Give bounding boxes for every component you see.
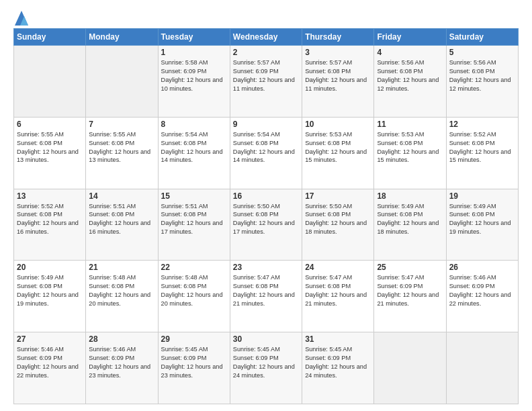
day-number: 26 bbox=[449, 263, 515, 272]
day-info: Sunrise: 5:46 AM Sunset: 6:09 PM Dayligh… bbox=[89, 345, 154, 380]
day-number: 30 bbox=[233, 334, 299, 344]
day-cell: 9Sunrise: 5:54 AM Sunset: 6:08 PM Daylig… bbox=[230, 117, 302, 189]
day-info: Sunrise: 5:52 AM Sunset: 6:08 PM Dayligh… bbox=[449, 130, 515, 165]
day-info: Sunrise: 5:47 AM Sunset: 6:08 PM Dayligh… bbox=[233, 273, 299, 308]
day-cell: 7Sunrise: 5:55 AM Sunset: 6:08 PM Daylig… bbox=[86, 117, 158, 189]
week-row-1: 1Sunrise: 5:58 AM Sunset: 6:09 PM Daylig… bbox=[14, 46, 519, 118]
weekday-header-sunday: Sunday bbox=[14, 29, 86, 46]
day-number: 22 bbox=[161, 263, 227, 272]
day-info: Sunrise: 5:51 AM Sunset: 6:08 PM Dayligh… bbox=[161, 202, 227, 237]
day-number: 27 bbox=[17, 334, 83, 344]
day-number: 29 bbox=[161, 334, 227, 344]
day-cell: 14Sunrise: 5:51 AM Sunset: 6:08 PM Dayli… bbox=[86, 189, 158, 261]
day-cell: 30Sunrise: 5:45 AM Sunset: 6:09 PM Dayli… bbox=[230, 332, 302, 404]
day-cell: 29Sunrise: 5:45 AM Sunset: 6:09 PM Dayli… bbox=[158, 332, 230, 404]
day-cell: 6Sunrise: 5:55 AM Sunset: 6:08 PM Daylig… bbox=[14, 117, 86, 189]
day-info: Sunrise: 5:58 AM Sunset: 6:09 PM Dayligh… bbox=[161, 58, 227, 93]
day-info: Sunrise: 5:48 AM Sunset: 6:08 PM Dayligh… bbox=[89, 273, 154, 308]
day-cell: 1Sunrise: 5:58 AM Sunset: 6:09 PM Daylig… bbox=[158, 46, 230, 118]
day-info: Sunrise: 5:55 AM Sunset: 6:08 PM Dayligh… bbox=[17, 130, 83, 165]
logo bbox=[13, 11, 28, 23]
day-cell: 15Sunrise: 5:51 AM Sunset: 6:08 PM Dayli… bbox=[158, 189, 230, 261]
day-cell bbox=[86, 46, 158, 118]
day-cell bbox=[14, 46, 86, 118]
day-info: Sunrise: 5:50 AM Sunset: 6:08 PM Dayligh… bbox=[233, 202, 299, 237]
page: SundayMondayTuesdayWednesdayThursdayFrid… bbox=[0, 0, 532, 411]
day-info: Sunrise: 5:45 AM Sunset: 6:09 PM Dayligh… bbox=[233, 345, 299, 380]
day-cell: 11Sunrise: 5:53 AM Sunset: 6:08 PM Dayli… bbox=[374, 117, 446, 189]
day-cell: 22Sunrise: 5:48 AM Sunset: 6:08 PM Dayli… bbox=[158, 261, 230, 332]
day-cell: 25Sunrise: 5:47 AM Sunset: 6:09 PM Dayli… bbox=[374, 261, 446, 332]
day-number: 11 bbox=[377, 120, 443, 129]
weekday-header-wednesday: Wednesday bbox=[230, 29, 302, 46]
day-cell: 8Sunrise: 5:54 AM Sunset: 6:08 PM Daylig… bbox=[158, 117, 230, 189]
day-cell bbox=[374, 332, 446, 404]
day-info: Sunrise: 5:57 AM Sunset: 6:09 PM Dayligh… bbox=[233, 58, 299, 93]
day-cell: 31Sunrise: 5:45 AM Sunset: 6:09 PM Dayli… bbox=[302, 332, 374, 404]
day-info: Sunrise: 5:47 AM Sunset: 6:08 PM Dayligh… bbox=[305, 273, 371, 308]
day-cell: 2Sunrise: 5:57 AM Sunset: 6:09 PM Daylig… bbox=[230, 46, 302, 118]
day-number: 17 bbox=[305, 191, 371, 201]
day-cell bbox=[446, 332, 518, 404]
day-info: Sunrise: 5:57 AM Sunset: 6:08 PM Dayligh… bbox=[305, 58, 371, 93]
day-info: Sunrise: 5:51 AM Sunset: 6:08 PM Dayligh… bbox=[89, 202, 154, 237]
day-number: 14 bbox=[89, 191, 154, 201]
day-cell: 3Sunrise: 5:57 AM Sunset: 6:08 PM Daylig… bbox=[302, 46, 374, 118]
day-number: 6 bbox=[17, 120, 83, 129]
day-number: 7 bbox=[89, 120, 154, 129]
day-info: Sunrise: 5:46 AM Sunset: 6:09 PM Dayligh… bbox=[449, 273, 515, 308]
weekday-header-tuesday: Tuesday bbox=[158, 29, 230, 46]
day-number: 25 bbox=[377, 263, 443, 272]
day-info: Sunrise: 5:47 AM Sunset: 6:09 PM Dayligh… bbox=[377, 273, 443, 308]
day-cell: 16Sunrise: 5:50 AM Sunset: 6:08 PM Dayli… bbox=[230, 189, 302, 261]
day-cell: 12Sunrise: 5:52 AM Sunset: 6:08 PM Dayli… bbox=[446, 117, 518, 189]
day-cell: 23Sunrise: 5:47 AM Sunset: 6:08 PM Dayli… bbox=[230, 261, 302, 332]
day-number: 23 bbox=[233, 263, 299, 272]
day-number: 13 bbox=[17, 191, 83, 201]
day-info: Sunrise: 5:54 AM Sunset: 6:08 PM Dayligh… bbox=[233, 130, 299, 165]
day-cell: 5Sunrise: 5:56 AM Sunset: 6:08 PM Daylig… bbox=[446, 46, 518, 118]
day-cell: 27Sunrise: 5:46 AM Sunset: 6:09 PM Dayli… bbox=[14, 332, 86, 404]
week-row-5: 27Sunrise: 5:46 AM Sunset: 6:09 PM Dayli… bbox=[14, 332, 519, 404]
weekday-header-thursday: Thursday bbox=[302, 29, 374, 46]
day-info: Sunrise: 5:49 AM Sunset: 6:08 PM Dayligh… bbox=[449, 202, 515, 237]
day-cell: 26Sunrise: 5:46 AM Sunset: 6:09 PM Dayli… bbox=[446, 261, 518, 332]
day-number: 12 bbox=[449, 120, 515, 129]
day-number: 5 bbox=[449, 48, 515, 57]
day-cell: 13Sunrise: 5:52 AM Sunset: 6:08 PM Dayli… bbox=[14, 189, 86, 261]
day-info: Sunrise: 5:53 AM Sunset: 6:08 PM Dayligh… bbox=[305, 130, 371, 165]
day-number: 18 bbox=[377, 191, 443, 201]
day-cell: 24Sunrise: 5:47 AM Sunset: 6:08 PM Dayli… bbox=[302, 261, 374, 332]
day-number: 20 bbox=[17, 263, 83, 272]
calendar: SundayMondayTuesdayWednesdayThursdayFrid… bbox=[13, 28, 519, 404]
day-cell: 17Sunrise: 5:50 AM Sunset: 6:08 PM Dayli… bbox=[302, 189, 374, 261]
day-info: Sunrise: 5:52 AM Sunset: 6:08 PM Dayligh… bbox=[17, 202, 83, 237]
weekday-row: SundayMondayTuesdayWednesdayThursdayFrid… bbox=[14, 29, 519, 46]
day-cell: 4Sunrise: 5:56 AM Sunset: 6:08 PM Daylig… bbox=[374, 46, 446, 118]
day-info: Sunrise: 5:53 AM Sunset: 6:08 PM Dayligh… bbox=[377, 130, 443, 165]
day-info: Sunrise: 5:49 AM Sunset: 6:08 PM Dayligh… bbox=[377, 202, 443, 237]
day-number: 16 bbox=[233, 191, 299, 201]
day-number: 31 bbox=[305, 334, 371, 344]
day-info: Sunrise: 5:45 AM Sunset: 6:09 PM Dayligh… bbox=[161, 345, 227, 380]
day-info: Sunrise: 5:49 AM Sunset: 6:08 PM Dayligh… bbox=[17, 273, 83, 308]
day-cell: 18Sunrise: 5:49 AM Sunset: 6:08 PM Dayli… bbox=[374, 189, 446, 261]
day-cell: 19Sunrise: 5:49 AM Sunset: 6:08 PM Dayli… bbox=[446, 189, 518, 261]
day-info: Sunrise: 5:54 AM Sunset: 6:08 PM Dayligh… bbox=[161, 130, 227, 165]
day-number: 8 bbox=[161, 120, 227, 129]
day-number: 4 bbox=[377, 48, 443, 57]
header bbox=[13, 11, 519, 23]
day-number: 15 bbox=[161, 191, 227, 201]
day-info: Sunrise: 5:55 AM Sunset: 6:08 PM Dayligh… bbox=[89, 130, 154, 165]
day-info: Sunrise: 5:56 AM Sunset: 6:08 PM Dayligh… bbox=[449, 58, 515, 93]
day-info: Sunrise: 5:56 AM Sunset: 6:08 PM Dayligh… bbox=[377, 58, 443, 93]
day-info: Sunrise: 5:48 AM Sunset: 6:08 PM Dayligh… bbox=[161, 273, 227, 308]
day-cell: 28Sunrise: 5:46 AM Sunset: 6:09 PM Dayli… bbox=[86, 332, 158, 404]
day-number: 21 bbox=[89, 263, 154, 272]
week-row-2: 6Sunrise: 5:55 AM Sunset: 6:08 PM Daylig… bbox=[14, 117, 519, 189]
day-number: 2 bbox=[233, 48, 299, 57]
day-number: 9 bbox=[233, 120, 299, 129]
week-row-3: 13Sunrise: 5:52 AM Sunset: 6:08 PM Dayli… bbox=[14, 189, 519, 261]
day-number: 3 bbox=[305, 48, 371, 57]
calendar-header: SundayMondayTuesdayWednesdayThursdayFrid… bbox=[14, 29, 519, 46]
